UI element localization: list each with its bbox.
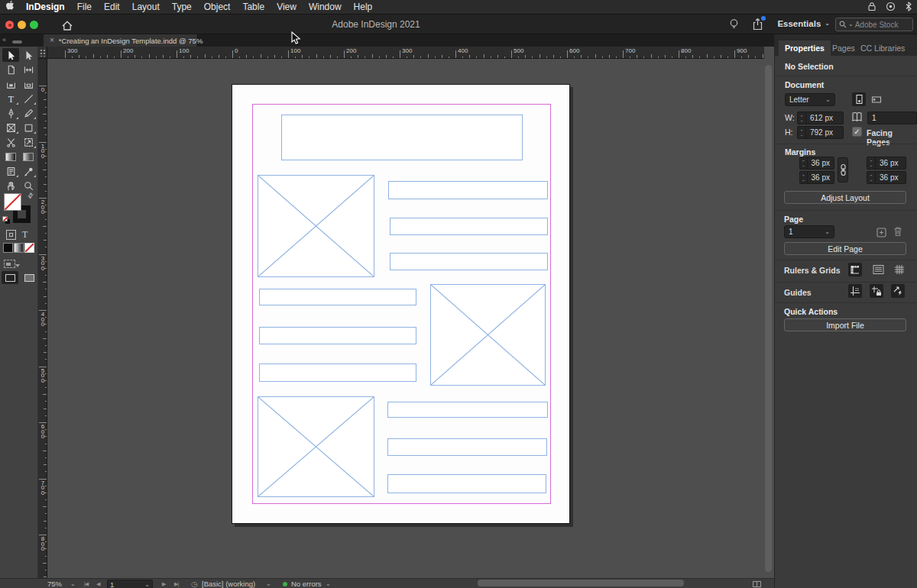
rectangle-frame-tool[interactable]: [2, 121, 19, 134]
toolbar-dock-grip[interactable]: [12, 40, 22, 44]
adjust-layout-button[interactable]: Adjust Layout: [784, 191, 906, 204]
page-select[interactable]: 1⌄: [784, 225, 834, 238]
privacy-indicator-icon[interactable]: [867, 1, 876, 15]
formatting-affects-container-button[interactable]: [6, 230, 16, 240]
link-margins-toggle[interactable]: [838, 157, 848, 183]
smart-guides-button[interactable]: [891, 284, 905, 298]
height-stepper[interactable]: ⌃⌄: [798, 127, 806, 138]
margin-left-field[interactable]: ⌃⌄ 36 px: [867, 171, 906, 184]
free-transform-tool[interactable]: [20, 135, 37, 149]
image-placeholder-frame[interactable]: [258, 175, 374, 277]
pages-count-field[interactable]: 1: [867, 111, 917, 124]
content-placer-tool[interactable]: [20, 77, 37, 91]
pen-tool[interactable]: [2, 106, 19, 120]
text-placeholder-frame[interactable]: [281, 115, 523, 160]
prev-page-button[interactable]: ◀: [96, 579, 99, 588]
adobe-stock-search[interactable]: ⌄: [835, 18, 913, 31]
hand-tool[interactable]: [2, 179, 19, 192]
gradient-feather-tool[interactable]: [20, 150, 37, 163]
page-tool[interactable]: [2, 63, 19, 76]
height-field[interactable]: ⌃⌄ 792 px: [797, 126, 844, 139]
menu-table[interactable]: Table: [236, 2, 271, 12]
menu-layout[interactable]: Layout: [126, 2, 166, 12]
text-placeholder-frame[interactable]: [390, 218, 548, 235]
search-input[interactable]: [855, 21, 904, 29]
add-page-icon[interactable]: [876, 227, 886, 241]
line-tool[interactable]: [20, 92, 37, 105]
type-tool[interactable]: T: [2, 92, 19, 105]
text-placeholder-frame[interactable]: [387, 402, 548, 418]
orientation-landscape-button[interactable]: [870, 92, 883, 106]
menu-edit[interactable]: Edit: [98, 2, 126, 12]
errors-chevron-icon[interactable]: ⌄: [326, 579, 331, 588]
view-options-button[interactable]: [4, 260, 15, 268]
tab-close-icon[interactable]: ×: [50, 37, 54, 44]
menu-file[interactable]: File: [71, 2, 98, 12]
text-placeholder-frame[interactable]: [387, 438, 547, 456]
vertical-ruler[interactable]: 01 0 02 0 03 0 04 0 05 0 06 0 07 0 08 0 …: [38, 59, 47, 578]
discover-lightbulb-icon[interactable]: [728, 18, 740, 34]
formatting-affects-text-button[interactable]: T: [22, 229, 28, 241]
menu-indesign[interactable]: InDesign: [20, 2, 71, 12]
width-stepper[interactable]: ⌃⌄: [798, 112, 806, 124]
menu-view[interactable]: View: [271, 2, 303, 12]
document-tab[interactable]: × *Creating an InDesign Template.indd @ …: [44, 34, 198, 47]
menu-object[interactable]: Object: [198, 2, 237, 12]
preflight-icon[interactable]: ◷: [191, 579, 197, 588]
last-page-button[interactable]: ▶|: [174, 579, 178, 588]
collapse-toolbar-icon[interactable]: «: [2, 36, 5, 44]
screen-record-icon[interactable]: [886, 1, 896, 15]
document-grid-button[interactable]: [893, 263, 906, 276]
page-list-chevron-icon[interactable]: ⌄: [144, 582, 150, 588]
selection-tool[interactable]: [2, 48, 19, 62]
text-placeholder-frame[interactable]: [388, 181, 548, 199]
show-guides-button[interactable]: [848, 284, 862, 298]
share-icon[interactable]: [751, 18, 764, 34]
window-minimize-button[interactable]: [18, 21, 26, 29]
direct-selection-tool[interactable]: [20, 48, 37, 62]
first-page-button[interactable]: |◀: [84, 579, 88, 588]
split-view-icon[interactable]: [753, 579, 761, 588]
width-field[interactable]: ⌃⌄ 612 px: [797, 111, 844, 124]
document-page[interactable]: [232, 84, 570, 524]
screen-mode-preview-button[interactable]: [21, 271, 37, 284]
content-collector-tool[interactable]: [2, 77, 19, 91]
show-rulers-button[interactable]: [848, 263, 862, 276]
fill-swatch[interactable]: [4, 193, 21, 211]
zoom-level[interactable]: 75%: [47, 579, 62, 588]
preflight-profile[interactable]: [Basic] (working): [202, 579, 255, 588]
vertical-scrollbar-thumb[interactable]: [765, 65, 772, 572]
window-zoom-button[interactable]: [30, 21, 38, 29]
workspace-switcher[interactable]: Essentials ⌄: [777, 19, 830, 28]
preflight-status[interactable]: No errors: [291, 579, 322, 588]
delete-page-icon[interactable]: [893, 226, 902, 240]
tab-properties[interactable]: Properties: [779, 40, 831, 56]
menu-type[interactable]: Type: [166, 2, 198, 12]
scissors-tool[interactable]: [2, 135, 19, 149]
screen-mode-normal-button[interactable]: [2, 271, 18, 284]
edit-page-button[interactable]: Edit Page: [784, 242, 906, 255]
default-fill-stroke-icon[interactable]: [2, 216, 10, 224]
image-placeholder-frame[interactable]: [430, 284, 546, 386]
apple-menu-icon[interactable]: [0, 0, 20, 14]
zoom-tool[interactable]: [20, 179, 37, 192]
apply-color-button[interactable]: [3, 243, 13, 253]
apply-none-button[interactable]: [24, 243, 34, 253]
preflight-chevron-icon[interactable]: ⌄: [266, 579, 271, 588]
image-placeholder-frame[interactable]: [258, 396, 374, 497]
window-close-button[interactable]: [5, 21, 14, 29]
gradient-swatch-tool[interactable]: [2, 150, 19, 163]
pencil-tool[interactable]: [20, 106, 37, 120]
margin-bottom-field[interactable]: ⌃⌄ 36 px: [799, 171, 834, 184]
facing-pages-checkbox[interactable]: [852, 127, 862, 137]
rectangle-tool[interactable]: [20, 121, 37, 134]
text-placeholder-frame[interactable]: [259, 363, 416, 382]
bluetooth-icon[interactable]: [905, 1, 912, 15]
import-file-button[interactable]: Import File: [784, 318, 906, 331]
next-page-button[interactable]: ▶: [162, 579, 165, 588]
text-placeholder-frame[interactable]: [390, 253, 548, 270]
menu-window[interactable]: Window: [303, 2, 348, 12]
document-canvas[interactable]: [47, 59, 764, 578]
apply-gradient-button[interactable]: [14, 243, 24, 253]
color-theme-tool[interactable]: [20, 164, 37, 178]
